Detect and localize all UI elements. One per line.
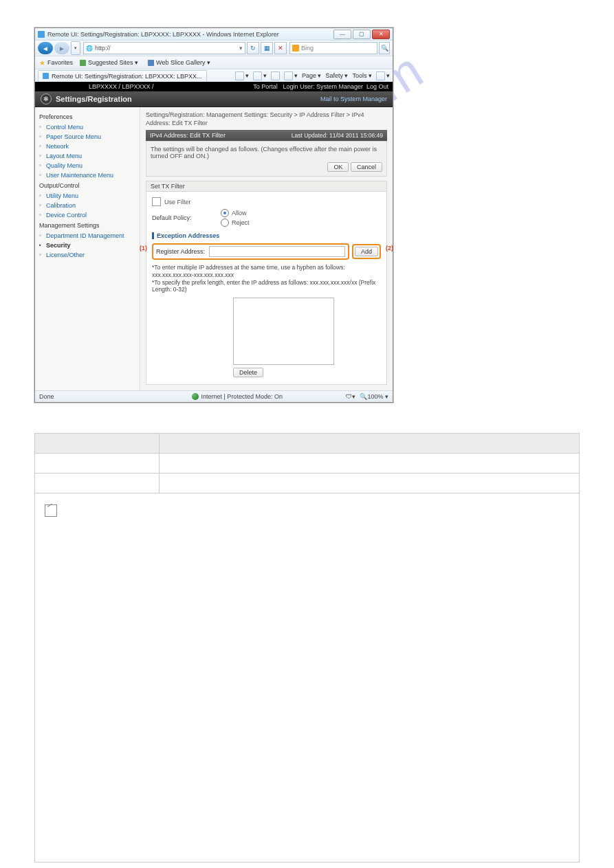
safety-menu[interactable]: Safety ▾ (325, 72, 348, 79)
help-icon (376, 71, 385, 80)
note-box (34, 493, 580, 863)
page-icon (38, 31, 45, 38)
site-icon: 🌐 (86, 45, 93, 52)
register-address-group: (1) Register Address: Add (2) (152, 241, 381, 261)
ok-button[interactable]: OK (327, 162, 349, 172)
sidebar-item-control-menu[interactable]: Control Menu (39, 122, 140, 132)
cancel-button[interactable]: Cancel (351, 162, 382, 172)
sidebar-item-license[interactable]: License/Other (39, 250, 140, 260)
star-icon: ★ (39, 59, 45, 67)
bing-icon (292, 45, 299, 52)
print-split-button[interactable]: ▾ (284, 71, 298, 80)
tools-menu[interactable]: Tools ▾ (352, 72, 372, 79)
nav-forward-button[interactable]: ► (54, 42, 69, 54)
web-slice-chip[interactable]: Web Slice Gallery ▾ (145, 58, 213, 67)
home-icon (235, 71, 244, 80)
address-text: http:// (95, 45, 111, 52)
page-menu[interactable]: Page ▾ (302, 72, 322, 79)
stop-button[interactable]: ✕ (274, 42, 287, 54)
sidebar-item-user-maintenance[interactable]: User Maintenance Menu (39, 170, 140, 180)
sidebar-section-preferences: Preferences (39, 111, 140, 122)
table-header-2 (160, 433, 580, 453)
print-icon (284, 71, 293, 80)
sidebar-item-paper-source[interactable]: Paper Source Menu (39, 132, 140, 142)
home-split-button[interactable]: ▾ (235, 71, 249, 80)
address-bar[interactable]: 🌐 http:// ▾ (83, 42, 245, 54)
register-address-input[interactable] (209, 246, 345, 257)
window-minimize-button[interactable]: — (333, 30, 351, 39)
compat-button[interactable]: ▦ (261, 42, 273, 54)
refresh-button[interactable]: ↻ (247, 42, 259, 54)
status-zone: Internet | Protected Mode: On (201, 393, 283, 400)
sidebar-item-calibration[interactable]: Calibration (39, 201, 140, 210)
feeds-split-button[interactable]: ▾ (253, 71, 267, 80)
browser-tab[interactable]: Remote UI: Settings/Registration: LBPXXX… (38, 70, 207, 82)
sidebar-item-layout-menu[interactable]: Layout Menu (39, 151, 140, 161)
protected-mode-icon[interactable]: 🛡▾ (346, 393, 355, 400)
sidebar-item-quality-menu[interactable]: Quality Menu (39, 161, 140, 170)
sidebar-section-output: Output/Control (39, 180, 140, 191)
section-title-set-tx-filter: Set TX Filter (146, 181, 387, 192)
nav-history-dropdown[interactable]: ▾ (71, 41, 80, 55)
policy-allow-radio[interactable] (221, 209, 229, 217)
policy-allow-label: Allow (232, 210, 247, 216)
to-portal-link[interactable]: To Portal (253, 83, 278, 90)
sidebar-item-dept-id[interactable]: Department ID Management (39, 231, 140, 241)
sidebar-item-security[interactable]: Security (39, 241, 140, 250)
use-filter-checkbox[interactable] (152, 197, 161, 206)
window-close-button[interactable]: ✕ (372, 30, 390, 39)
login-user-label: Login User: (283, 83, 314, 90)
callout-1: (1) (140, 245, 147, 252)
search-box[interactable]: Bing (289, 42, 377, 54)
main-pane: Settings/Registration: Management Settin… (140, 107, 393, 390)
tab-favicon (43, 73, 49, 79)
sidebar-item-network[interactable]: Network (39, 142, 140, 151)
hint-text: *To enter multiple IP addresses at the s… (152, 264, 381, 293)
favorites-label[interactable]: Favorites (47, 59, 73, 66)
mail-button[interactable] (271, 71, 280, 80)
address-list-box[interactable] (233, 298, 334, 365)
feeds-icon (253, 71, 262, 80)
table-cell (35, 453, 160, 473)
logout-link[interactable]: Log Out (366, 83, 388, 90)
remote-ui-top-bar: LBPXXXX / LBPXXXX / To Portal Login User… (35, 82, 393, 91)
suggested-sites-icon (80, 60, 86, 66)
suggested-sites-chip[interactable]: Suggested Sites ▾ (77, 58, 141, 67)
info-box: The settings will be changed as follows.… (146, 141, 387, 177)
info-text: The settings will be changed as follows.… (151, 146, 382, 159)
nav-back-button[interactable]: ◄ (38, 42, 53, 54)
gear-icon: ✻ (41, 93, 52, 104)
sidebar-item-device-control[interactable]: Device Control (39, 210, 140, 220)
register-address-label: Register Address: (156, 248, 205, 255)
table-row (35, 453, 580, 473)
delete-button[interactable]: Delete (233, 368, 263, 377)
suggested-sites-label: Suggested Sites ▾ (88, 59, 138, 66)
search-go-button[interactable]: 🔍 (379, 42, 390, 54)
note-icon (45, 504, 57, 517)
register-address-highlight: Register Address: (152, 243, 349, 260)
window-titlebar: Remote UI: Settings/Registration: LBPXXX… (35, 28, 393, 40)
add-button[interactable]: Add (355, 247, 378, 256)
table-cell (35, 473, 160, 493)
ie-window: Remote UI: Settings/Registration: LBPXXX… (34, 27, 393, 403)
globe-icon (192, 393, 199, 400)
sidebar-item-utility-menu[interactable]: Utility Menu (39, 191, 140, 201)
web-slice-icon (148, 60, 154, 66)
policy-reject-label: Reject (232, 219, 250, 226)
tab-label: Remote UI: Settings/Registration: LBPXXX… (52, 73, 202, 80)
nav-toolbar: ◄ ► ▾ 🌐 http:// ▾ ↻ ▦ ✕ Bing 🔍 (35, 40, 393, 56)
add-button-highlight: Add (352, 244, 381, 259)
breadcrumb: Settings/Registration: Management Settin… (146, 111, 387, 127)
panel-header: IPv4 Address: Edit TX Filter Last Update… (146, 130, 387, 141)
policy-reject-radio[interactable] (221, 219, 229, 227)
window-maximize-button[interactable]: ▢ (353, 30, 371, 39)
panel-title: IPv4 Address: Edit TX Filter (150, 132, 226, 139)
search-engine-label: Bing (301, 45, 314, 52)
mail-to-manager-link[interactable]: Mail to System Manager (320, 96, 387, 102)
zoom-label[interactable]: 🔍100% ▾ (360, 393, 388, 400)
sidebar-section-management: Management Settings (39, 220, 140, 231)
address-dropdown-icon[interactable]: ▾ (239, 45, 243, 52)
help-button[interactable]: ▾ (376, 71, 390, 80)
status-bar: Done Internet | Protected Mode: On 🛡▾ 🔍1… (35, 390, 393, 402)
favorites-bar: ★ Favorites Suggested Sites ▾ Web Slice … (35, 56, 393, 69)
